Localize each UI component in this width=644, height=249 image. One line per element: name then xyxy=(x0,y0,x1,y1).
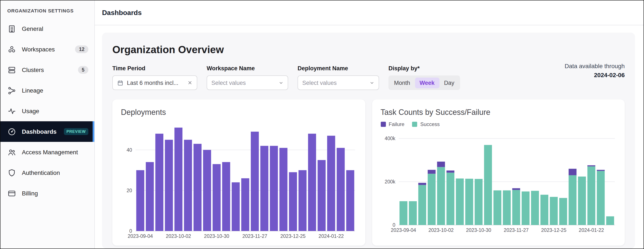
display-by-option-week[interactable]: Week xyxy=(415,77,439,88)
display-by-segmented-control: Month Week Day xyxy=(388,76,460,90)
users-icon xyxy=(7,148,16,157)
task-counts-chart-card: Task Counts by Success/Failure Failure S… xyxy=(372,100,625,246)
sidebar-item-usage[interactable]: Usage xyxy=(0,101,94,121)
time-period-value: Last 6 months incl... xyxy=(127,80,184,86)
display-by-filter: Display by* Month Week Day xyxy=(388,65,460,90)
svg-text:2023-12-25: 2023-12-25 xyxy=(280,233,306,239)
display-by-option-month[interactable]: Month xyxy=(389,77,415,88)
content-area: Organization Overview Time Period Last 6… xyxy=(95,25,644,248)
svg-text:2024-01-22: 2024-01-22 xyxy=(318,233,344,239)
time-period-label: Time Period xyxy=(112,65,197,72)
organization-overview-panel: Organization Overview Time Period Last 6… xyxy=(102,32,635,248)
workspaces-icon xyxy=(7,45,16,54)
overview-title: Organization Overview xyxy=(112,44,625,56)
sidebar-item-label: Dashboards xyxy=(22,128,58,135)
deployment-name-placeholder: Select values xyxy=(302,80,366,86)
lineage-icon xyxy=(7,86,16,95)
deployments-chart-title: Deployments xyxy=(121,108,356,117)
workspace-name-select[interactable]: Select values xyxy=(207,76,288,90)
data-available-info: Data available through 2024-02-06 xyxy=(565,62,625,78)
clear-icon[interactable] xyxy=(187,80,192,85)
svg-text:2023-11-27: 2023-11-27 xyxy=(242,233,267,239)
sidebar-item-label: Usage xyxy=(22,108,88,114)
workspace-name-label: Workspace Name xyxy=(207,65,288,72)
svg-text:2023-10-30: 2023-10-30 xyxy=(204,233,230,239)
task-counts-chart: 0200k400k2023-09-042023-10-022023-10-302… xyxy=(380,131,616,234)
building-icon xyxy=(7,24,16,33)
sidebar-item-billing[interactable]: Billing xyxy=(0,183,94,204)
chart-legend: Failure Success xyxy=(380,121,616,127)
svg-text:0: 0 xyxy=(129,228,132,234)
sidebar-title: ORGANIZATION SETTINGS xyxy=(0,6,94,18)
sidebar-item-label: Clusters xyxy=(22,66,72,73)
app-window: ORGANIZATION SETTINGS General Workspaces… xyxy=(0,0,644,249)
display-by-label-text: Display by xyxy=(388,65,418,72)
legend-label-failure: Failure xyxy=(389,121,404,127)
svg-text:2023-10-02: 2023-10-02 xyxy=(428,227,454,233)
svg-text:2023-11-27: 2023-11-27 xyxy=(504,227,528,233)
page-title: Dashboards xyxy=(102,9,142,16)
svg-text:200k: 200k xyxy=(384,179,395,184)
workspaces-count-badge: 12 xyxy=(75,46,88,53)
svg-text:2023-09-04: 2023-09-04 xyxy=(128,233,153,239)
display-by-label: Display by* xyxy=(388,65,460,72)
data-available-label: Data available through xyxy=(565,62,625,70)
sidebar-item-label: Authentication xyxy=(22,169,88,176)
svg-text:40: 40 xyxy=(126,147,132,153)
sidebar-item-label: Workspaces xyxy=(22,46,70,53)
workspace-name-filter: Workspace Name Select values xyxy=(207,65,288,90)
organization-settings-sidebar: ORGANIZATION SETTINGS General Workspaces… xyxy=(0,0,95,248)
shield-icon xyxy=(7,168,16,177)
svg-text:2024-01-22: 2024-01-22 xyxy=(578,227,604,233)
svg-text:2023-10-02: 2023-10-02 xyxy=(166,233,191,239)
sidebar-item-clusters[interactable]: Clusters 5 xyxy=(0,60,94,80)
legend-item-failure: Failure xyxy=(380,121,404,127)
svg-text:20: 20 xyxy=(126,188,132,193)
svg-text:2023-12-25: 2023-12-25 xyxy=(541,227,566,233)
clusters-count-badge: 5 xyxy=(78,66,88,74)
sidebar-item-dashboards[interactable]: Dashboards PREVIEW xyxy=(0,121,94,142)
time-period-filter: Time Period Last 6 months incl... xyxy=(112,65,197,90)
deployment-name-filter: Deployment Name Select values xyxy=(298,65,379,90)
display-by-option-day[interactable]: Day xyxy=(439,77,459,88)
page-header: Dashboards xyxy=(95,0,644,25)
clusters-icon xyxy=(7,65,16,74)
chevron-down-icon xyxy=(279,80,284,85)
legend-item-success: Success xyxy=(412,121,440,127)
task-counts-chart-title: Task Counts by Success/Failure xyxy=(380,108,616,117)
time-period-input[interactable]: Last 6 months incl... xyxy=(112,76,197,90)
sidebar-item-access-management[interactable]: Access Management xyxy=(0,142,94,162)
failure-swatch xyxy=(380,122,386,127)
legend-label-success: Success xyxy=(420,121,440,127)
svg-text:0: 0 xyxy=(392,222,395,228)
success-swatch xyxy=(412,122,417,127)
chevron-down-icon xyxy=(370,80,374,85)
required-asterisk: * xyxy=(418,65,420,72)
deployments-chart-card: Deployments 020402023-09-042023-10-02202… xyxy=(112,100,365,246)
credit-card-icon xyxy=(7,189,16,198)
workspace-name-placeholder: Select values xyxy=(212,80,275,86)
sidebar-item-label: Access Management xyxy=(22,149,88,156)
sidebar-item-general[interactable]: General xyxy=(0,18,94,39)
sidebar-item-workspaces[interactable]: Workspaces 12 xyxy=(0,39,94,60)
sidebar-item-authentication[interactable]: Authentication xyxy=(0,162,94,183)
sidebar-item-label: Billing xyxy=(22,190,88,197)
deployment-name-label: Deployment Name xyxy=(298,65,379,72)
preview-badge: PREVIEW xyxy=(64,128,88,135)
svg-text:400k: 400k xyxy=(384,136,395,141)
svg-text:2023-10-30: 2023-10-30 xyxy=(466,227,491,233)
deployments-chart: 020402023-09-042023-10-022023-10-302023-… xyxy=(121,122,357,240)
data-available-date: 2024-02-06 xyxy=(565,72,625,78)
sidebar-item-label: General xyxy=(22,25,88,32)
sidebar-item-label: Lineage xyxy=(22,87,88,94)
usage-icon xyxy=(7,106,16,116)
gauge-icon xyxy=(7,127,16,136)
charts-row: Deployments 020402023-09-042023-10-02202… xyxy=(112,100,625,246)
calendar-icon xyxy=(117,80,124,86)
svg-text:2023-09-04: 2023-09-04 xyxy=(390,227,416,233)
deployment-name-select[interactable]: Select values xyxy=(298,76,379,90)
main-area: Dashboards Organization Overview Time Pe… xyxy=(95,0,644,248)
filters-row: Time Period Last 6 months incl... xyxy=(112,65,625,90)
sidebar-item-lineage[interactable]: Lineage xyxy=(0,80,94,101)
